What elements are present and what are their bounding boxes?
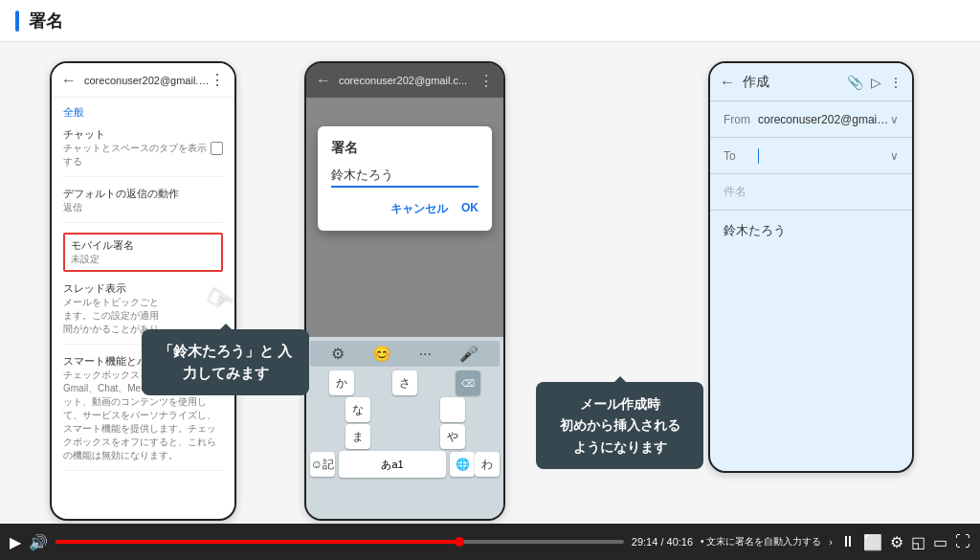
phone2-dialog: ← coreconuser202@gmail.c... ⋮ モバイル署名 未設 … (304, 61, 505, 521)
from-value: coreconuser202@gmail.... (758, 113, 890, 126)
to-cursor (758, 148, 759, 164)
phone2-header: ← coreconuser202@gmail.c... ⋮ (306, 63, 503, 98)
phone1-email: coreconuser202@gmail.c... (84, 75, 210, 86)
chat-checkbox[interactable] (211, 142, 223, 155)
theater-icon[interactable]: ▭ (933, 533, 947, 551)
chapter-arrow[interactable]: › (829, 536, 833, 548)
to-chevron-icon[interactable]: ∨ (890, 149, 899, 163)
section-label: 全般 (63, 105, 223, 120)
keyboard-toolbar: ⚙ 😊 ··· 🎤 (310, 341, 500, 367)
time-display: 29:14 / 40:16 (632, 536, 693, 548)
kb-mic-icon[interactable]: 🎤 (459, 345, 479, 363)
cancel-button[interactable]: キャンセル (390, 201, 448, 217)
kb-settings-icon[interactable]: ⚙ (331, 345, 345, 363)
kb-emoji-key[interactable]: ☺記 (310, 452, 335, 477)
miniplayer-icon[interactable]: ◱ (911, 533, 925, 551)
right-controls: ⏸ ⬜ ⚙ ◱ ▭ ⛶ (840, 533, 970, 551)
to-field[interactable]: To ∨ (710, 138, 912, 174)
mobile-sig-title: モバイル署名 (71, 238, 215, 253)
dialog-title: 署名 (331, 140, 479, 157)
setting-chat-title: チャット (63, 127, 211, 142)
callout2: メール作成時初めから挿入されるようになります (536, 382, 703, 469)
setting-mobile-signature[interactable]: モバイル署名 未設定 (63, 233, 223, 272)
page-title-area: 署名 (0, 0, 980, 42)
callout1: 「鈴木たろう」と 入力してみます (142, 329, 309, 395)
compose-icons: 📎 ▷ ⋮ (847, 75, 902, 90)
setting-chat-subtitle: チャットとスペースのタブを表示する (63, 142, 211, 168)
page-title: 署名 (29, 10, 63, 33)
phone3-compose: ← 作成 📎 ▷ ⋮ From coreconuser202@gmail....… (708, 61, 914, 473)
kb-key-ma[interactable]: ま (345, 424, 370, 449)
phone3-body: From coreconuser202@gmail.... ∨ To ∨ 件名 … (710, 101, 912, 251)
compose-title: 作成 (743, 74, 847, 91)
volume-icon[interactable]: 🔊 (29, 533, 48, 551)
back-arrow-icon[interactable]: ← (61, 72, 77, 89)
more-icon[interactable]: ⋮ (210, 71, 225, 89)
phone2-body: モバイル署名 未設 署名 鈴木たろう キャンセル OK ⚙ 😊 ··· (306, 98, 503, 519)
callout1-text: 「鈴木たろう」と 入力してみます (159, 343, 292, 381)
progress-bar[interactable] (56, 540, 624, 544)
kb-row3: ま や (310, 424, 500, 449)
kb-key-na[interactable]: な (345, 397, 370, 422)
compose-signature: 鈴木たろう (724, 223, 786, 237)
mobile-sig-subtitle: 未設定 (71, 253, 215, 266)
send-icon[interactable]: ▷ (871, 75, 881, 90)
setting-reply-subtitle: 返信 (63, 201, 223, 214)
subject-field[interactable]: 件名 (710, 174, 912, 211)
kb-backspace[interactable]: ⌫ (456, 370, 480, 395)
settings-icon[interactable]: ⚙ (890, 533, 903, 551)
video-controls: ▶ 🔊 29:14 / 40:16 • 文末に署名を自動入力する › ⏸ ⬜ ⚙… (0, 524, 980, 560)
thread-title: スレッド表示 (63, 281, 223, 296)
kb-row1: か さ ⌫ (310, 370, 500, 395)
kb-space-key[interactable]: あa1 (339, 451, 446, 478)
signature-dialog: 署名 鈴木たろう キャンセル OK (318, 126, 492, 231)
dialog-input[interactable]: 鈴木たろう (331, 167, 479, 188)
dialog-actions: キャンセル OK (331, 201, 479, 217)
title-bar-accent (15, 11, 19, 32)
kb-more-icon[interactable]: ··· (419, 346, 432, 363)
kb-bottom: ☺記 あa1 🌐 わ (310, 451, 500, 478)
from-field: From coreconuser202@gmail.... ∨ (710, 101, 912, 138)
back-arrow3-icon[interactable]: ← (720, 74, 735, 91)
progress-dot (455, 537, 464, 547)
pause-icon[interactable]: ⏸ (840, 533, 856, 550)
kb-wa-key[interactable]: わ (475, 452, 500, 477)
fullscreen-icon[interactable]: ⛶ (955, 533, 970, 550)
from-chevron-icon[interactable]: ∨ (890, 113, 899, 126)
phone3-header: ← 作成 📎 ▷ ⋮ (710, 63, 912, 101)
back-arrow2-icon[interactable]: ← (316, 72, 331, 89)
chapter-title: • 文末に署名を自動入力する (701, 535, 821, 549)
kb-emoji-icon[interactable]: 😊 (372, 345, 391, 363)
kb-key-empty[interactable] (440, 397, 465, 422)
progress-fill (56, 540, 459, 544)
more-icon3[interactable]: ⋮ (889, 75, 902, 90)
kb-key-sa[interactable]: さ (392, 370, 417, 395)
attach-icon[interactable]: 📎 (847, 75, 863, 90)
from-label: From (724, 113, 758, 126)
keyboard: ⚙ 😊 ··· 🎤 か さ ⌫ な ま や (306, 337, 503, 519)
to-label: To (724, 149, 758, 163)
kb-globe-key[interactable]: 🌐 (450, 452, 475, 477)
kb-key-ya[interactable]: や (440, 424, 465, 449)
kb-row2: な (310, 397, 500, 422)
kb-key-ka[interactable]: か (329, 370, 354, 395)
play-button[interactable]: ▶ (10, 533, 21, 551)
compose-body[interactable]: 鈴木たろう (710, 211, 912, 251)
captions-icon[interactable]: ⬜ (863, 533, 882, 551)
setting-chat: チャット チャットとスペースのタブを表示する (63, 127, 223, 177)
setting-reply-title: デフォルトの返信の動作 (63, 187, 223, 201)
video-content: ← coreconuser202@gmail.c... ⋮ 全般 チャット チャ… (0, 42, 980, 560)
subject-label: 件名 (724, 185, 746, 198)
ok-button[interactable]: OK (461, 201, 479, 217)
more-icon2[interactable]: ⋮ (479, 72, 494, 90)
callout2-text: メール作成時初めから挿入されるようになります (560, 396, 680, 455)
phone2-email: coreconuser202@gmail.c... (339, 75, 479, 86)
phone1-header: ← coreconuser202@gmail.c... ⋮ (52, 63, 234, 98)
setting-reply: デフォルトの返信の動作 返信 (63, 187, 223, 223)
